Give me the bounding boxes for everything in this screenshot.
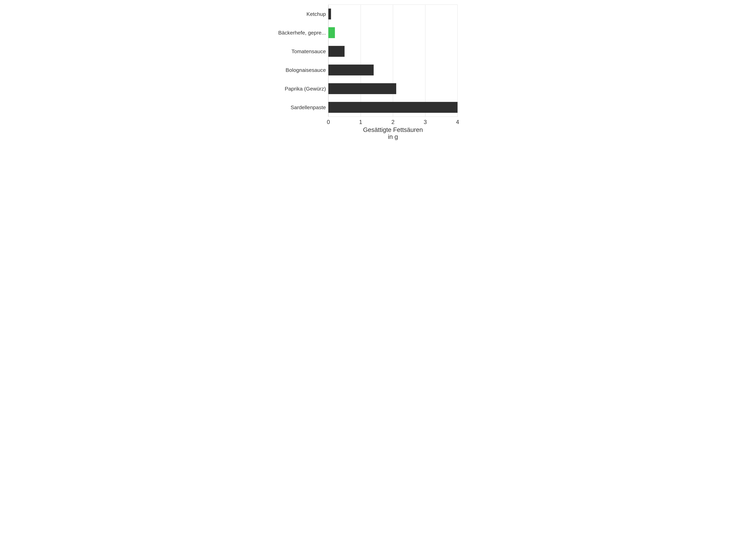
- gridline-vertical: [393, 5, 393, 117]
- x-tick-label: 4: [456, 117, 459, 125]
- y-tick-label: Bolognaisesauce: [286, 67, 328, 73]
- y-tick-label: Tomatensauce: [291, 48, 328, 54]
- plot-area: Gesättigte Fettsäuren in g 01234KetchupB…: [328, 5, 458, 117]
- x-tick-label: 3: [423, 117, 427, 125]
- bar: [328, 46, 344, 57]
- chart-container: Gesättigte Fettsäuren in g 01234KetchupB…: [280, 0, 467, 140]
- y-axis-line: [328, 5, 329, 117]
- gridline-horizontal: [328, 4, 458, 5]
- y-tick-label: Ketchup: [306, 11, 328, 17]
- x-tick-label: 1: [359, 117, 362, 125]
- gridline-horizontal: [328, 116, 458, 117]
- y-tick-label: Paprika (Gewürz): [285, 86, 328, 92]
- bar: [328, 27, 335, 38]
- x-tick-label: 0: [327, 117, 330, 125]
- bar: [328, 8, 331, 20]
- gridline-vertical: [361, 5, 361, 117]
- bar: [328, 64, 374, 76]
- y-tick-label: Sardellenpaste: [290, 104, 328, 110]
- y-tick-label: Bäckerhefe, gepre...: [278, 30, 328, 36]
- bar: [328, 102, 458, 113]
- x-tick-label: 2: [391, 117, 394, 125]
- gridline-vertical: [425, 5, 426, 117]
- gridline-vertical: [457, 5, 458, 117]
- bar: [328, 83, 396, 94]
